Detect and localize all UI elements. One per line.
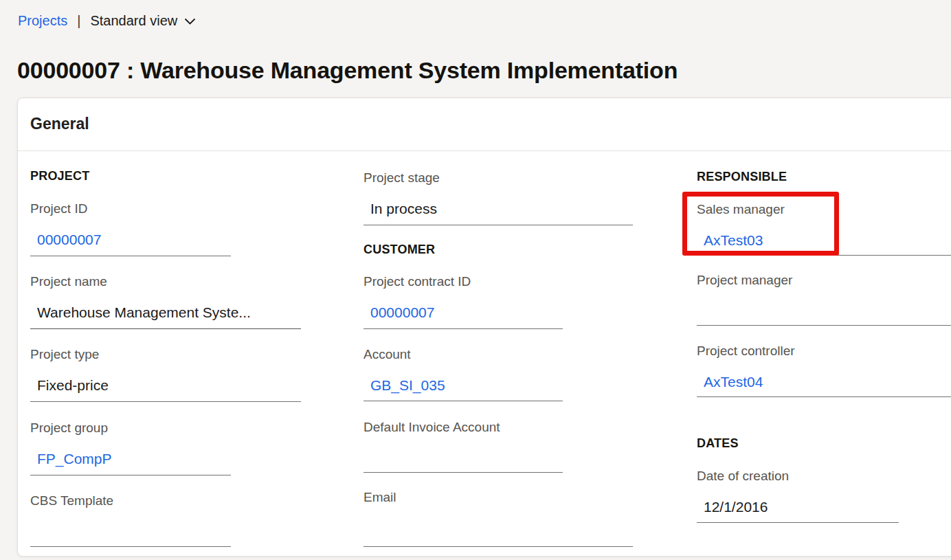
chevron-down-icon xyxy=(184,18,196,25)
account-underline xyxy=(363,401,563,401)
breadcrumb-projects-link[interactable]: Projects xyxy=(18,12,67,30)
project-group-underline xyxy=(30,475,231,475)
group-header-responsible: RESPONSIBLE xyxy=(697,170,787,184)
project-group-label: Project group xyxy=(30,421,108,436)
sales-manager-underline xyxy=(697,255,951,256)
project-type-label: Project type xyxy=(30,347,99,362)
column-customer: Project stage In process CUSTOMER Projec… xyxy=(363,98,652,556)
group-header-dates: DATES xyxy=(697,436,739,451)
sales-manager-value[interactable]: AxTest03 xyxy=(704,232,763,249)
project-stage-input[interactable]: In process xyxy=(370,201,437,217)
project-manager-label: Project manager xyxy=(697,273,792,288)
project-type-input[interactable]: Fixed-price xyxy=(37,377,109,394)
account-value[interactable]: GB_SI_035 xyxy=(370,377,445,394)
project-manager-underline xyxy=(697,325,951,326)
email-underline xyxy=(363,546,633,547)
project-id-value[interactable]: 00000007 xyxy=(37,232,101,248)
email-label: Email xyxy=(363,490,396,505)
project-name-underline xyxy=(30,328,301,329)
account-label: Account xyxy=(363,347,411,362)
project-id-underline xyxy=(30,256,231,256)
breadcrumb-separator: | xyxy=(77,12,80,30)
date-of-creation-label: Date of creation xyxy=(697,469,789,484)
project-name-input[interactable]: Warehouse Management Syste... xyxy=(37,304,251,321)
group-header-customer: CUSTOMER xyxy=(363,243,435,257)
project-id-label: Project ID xyxy=(30,201,87,216)
project-contract-id-label: Project contract ID xyxy=(363,274,471,289)
view-selector[interactable]: Standard view xyxy=(90,12,196,30)
project-controller-value[interactable]: AxTest04 xyxy=(704,374,763,390)
project-controller-label: Project controller xyxy=(697,344,795,359)
default-invoice-account-label: Default Invoice Account xyxy=(363,420,500,435)
column-responsible: RESPONSIBLE Sales manager AxTest03 Proje… xyxy=(697,98,951,556)
project-group-value[interactable]: FP_CompP xyxy=(37,451,112,467)
general-section-card: General PROJECT Project ID 00000007 Proj… xyxy=(17,98,951,557)
project-name-label: Project name xyxy=(30,274,107,289)
project-type-underline xyxy=(30,401,301,402)
sales-manager-label: Sales manager xyxy=(697,202,785,217)
group-header-project: PROJECT xyxy=(30,169,89,183)
default-invoice-account-underline xyxy=(363,472,563,473)
project-contract-id-value[interactable]: 00000007 xyxy=(370,304,434,321)
page-title: 00000007 : Warehouse Management System I… xyxy=(17,57,678,84)
view-selector-label: Standard view xyxy=(90,12,177,30)
column-project: PROJECT Project ID 00000007 Project name… xyxy=(30,98,319,556)
date-of-creation-input[interactable]: 12/1/2016 xyxy=(704,499,768,515)
breadcrumb: Projects | Standard view xyxy=(18,12,196,30)
project-contract-id-underline xyxy=(363,328,563,329)
date-of-creation-underline xyxy=(697,522,899,523)
project-controller-underline xyxy=(697,396,951,397)
project-stage-label: Project stage xyxy=(363,170,440,186)
cbs-template-label: CBS Template xyxy=(30,493,113,508)
cbs-template-underline xyxy=(30,546,231,547)
project-stage-underline xyxy=(363,225,633,225)
